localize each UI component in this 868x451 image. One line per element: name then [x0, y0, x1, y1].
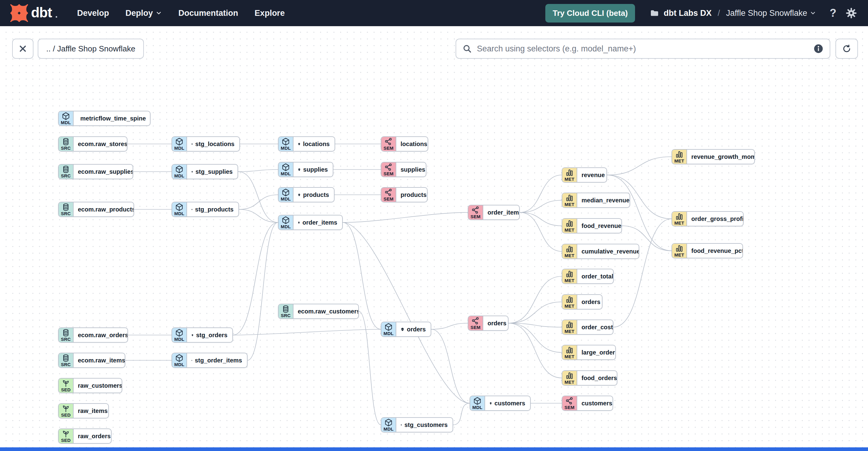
node-type-badge: SRC — [59, 202, 73, 216]
node-food_revenue_met[interactable]: METfood_revenue — [562, 218, 622, 233]
contract-shield-icon — [489, 400, 492, 407]
node-type-badge: MET — [562, 295, 577, 309]
node-stg_customers[interactable]: MDL stg_customers — [381, 417, 453, 432]
search-input[interactable] — [476, 44, 809, 54]
node-type-label: MDL — [61, 120, 71, 125]
model-cube-icon — [282, 188, 290, 197]
database-icon — [62, 203, 70, 211]
seed-icon — [62, 430, 70, 438]
metric-chart-icon — [565, 169, 574, 177]
node-type-badge: MET — [672, 212, 687, 226]
node-raw_products_src[interactable]: SRCecom.raw_products — [58, 202, 134, 217]
database-icon — [62, 354, 70, 362]
node-label: ecom.raw_stores — [73, 137, 127, 151]
node-customers_sem[interactable]: SEMcustomers — [562, 396, 613, 411]
nav-link-explore[interactable]: Explore — [254, 8, 285, 18]
semantic-model-icon — [384, 138, 393, 146]
node-products_sem[interactable]: SEMproducts — [381, 187, 428, 202]
node-raw_supplies_src[interactable]: SRCecom.raw_supplies — [58, 164, 133, 179]
node-stg_products[interactable]: MDL stg_products — [172, 202, 239, 217]
node-order_items_mdl[interactable]: MDL order_items — [278, 215, 343, 230]
node-locations_sem[interactable]: SEMlocations — [381, 136, 428, 152]
node-order_gross_profit_met[interactable]: METorder_gross_profit — [672, 211, 744, 227]
node-food_revenue_pct_met[interactable]: METfood_revenue_pct — [672, 243, 743, 259]
metric-chart-icon — [565, 296, 574, 304]
bottom-edge-bar — [0, 447, 868, 451]
node-raw_orders_src[interactable]: SRCecom.raw_orders — [58, 327, 128, 343]
node-orders_mdl[interactable]: MDL orders — [381, 322, 431, 337]
database-icon — [282, 305, 290, 313]
lineage-breadcrumb[interactable]: .. / Jaffle Shop Snowflake — [38, 39, 144, 59]
node-order_item_sem[interactable]: SEMorder_item — [468, 205, 520, 220]
node-type-badge: MDL — [279, 215, 293, 230]
node-revenue_met[interactable]: METrevenue — [562, 168, 607, 183]
node-products_mdl[interactable]: MDL products — [278, 187, 335, 202]
node-food_orders_met[interactable]: METfood_orders — [562, 370, 617, 386]
node-raw_orders_sed[interactable]: SEDraw_orders — [58, 428, 112, 444]
nav-link-documentation[interactable]: Documentation — [179, 8, 239, 18]
model-cube-icon — [282, 216, 290, 224]
nav-link-deploy[interactable]: Deploy — [126, 8, 162, 18]
node-stg_supplies[interactable]: MDL stg_supplies — [172, 164, 238, 179]
node-metricflow_time_spine[interactable]: MDL metricflow_time_spine — [58, 111, 151, 126]
model-cube-icon — [384, 323, 393, 331]
node-supplies_mdl[interactable]: MDL supplies — [278, 162, 333, 177]
contract-shield-icon — [298, 166, 301, 173]
node-type-badge: MET — [562, 371, 577, 385]
node-type-label: SEM — [470, 325, 480, 330]
node-orders_met[interactable]: METorders — [562, 294, 602, 309]
node-orders_sem[interactable]: SEMorders — [468, 315, 508, 331]
node-large_order_met[interactable]: METlarge_order — [562, 345, 616, 360]
node-type-badge: SEM — [468, 316, 483, 330]
help-icon[interactable]: ? — [830, 7, 836, 20]
node-stg_locations[interactable]: MDL stg_locations — [172, 136, 240, 152]
selector-search[interactable] — [456, 39, 830, 59]
gear-icon[interactable] — [845, 7, 857, 19]
lineage-canvas[interactable] — [0, 26, 868, 447]
node-type-label: SEM — [383, 146, 394, 150]
dbt-logo[interactable]: dbt — [10, 4, 57, 22]
node-stg_orders[interactable]: MDL stg_orders — [172, 327, 233, 343]
node-type-badge: MDL — [59, 111, 73, 125]
model-cube-icon — [473, 397, 482, 405]
node-type-badge: MDL — [172, 137, 187, 151]
node-median_revenue_met[interactable]: METmedian_revenue — [562, 192, 630, 208]
node-label: ecom.raw_items — [73, 353, 125, 367]
node-raw_stores_src[interactable]: SRCecom.raw_stores — [58, 136, 127, 152]
contract-shield-icon — [298, 141, 301, 148]
node-type-label: MDL — [174, 146, 184, 150]
node-stg_order_items[interactable]: MDL stg_order_items — [172, 353, 248, 368]
node-type-label: MDL — [383, 427, 394, 431]
node-order_total_met[interactable]: METorder_total — [562, 269, 614, 284]
node-type-badge: MDL — [172, 353, 187, 367]
close-lineage-button[interactable] — [12, 39, 33, 59]
refresh-lineage-button[interactable] — [835, 39, 858, 59]
try-cloud-cli-button[interactable]: Try Cloud CLI (beta) — [545, 4, 635, 23]
project-selector[interactable]: Jaffle Shop Snowflake — [726, 8, 816, 18]
node-type-label: MET — [564, 202, 574, 207]
node-label: median_revenue — [577, 193, 629, 207]
node-cumulative_revenue_met[interactable]: METcumulative_revenue — [562, 244, 639, 259]
model-cube-icon — [175, 165, 183, 174]
account-breadcrumb[interactable]: dbt Labs DX / Jaffle Shop Snowflake — [650, 8, 816, 18]
model-cube-icon — [175, 138, 183, 146]
node-locations_mdl[interactable]: MDL locations — [278, 136, 335, 152]
node-raw_items_sed[interactable]: SEDraw_items — [58, 403, 109, 418]
node-type-label: MET — [674, 221, 684, 225]
semantic-model-icon — [471, 317, 479, 325]
info-icon[interactable] — [813, 43, 824, 54]
node-raw_customers_src[interactable]: SRCecom.raw_customers — [278, 304, 359, 319]
node-raw_customers_sed[interactable]: SEDraw_customers — [58, 378, 122, 393]
node-label: orders — [577, 295, 602, 309]
node-order_cost_met[interactable]: METorder_cost — [562, 320, 614, 335]
node-supplies_sem[interactable]: SEMsupplies — [381, 162, 426, 177]
nav-link-develop[interactable]: Develop — [77, 8, 109, 18]
node-revenue_growth_mom_met[interactable]: METrevenue_growth_mom — [672, 149, 755, 164]
node-customers_mdl[interactable]: MDL customers — [470, 396, 531, 411]
metric-chart-icon — [565, 194, 574, 202]
node-type-badge: SEM — [468, 205, 483, 219]
node-raw_items_src[interactable]: SRCecom.raw_items — [58, 353, 125, 368]
account-name[interactable]: dbt Labs DX — [663, 8, 712, 18]
node-type-label: SRC — [61, 337, 70, 341]
node-type-label: MET — [564, 253, 574, 258]
